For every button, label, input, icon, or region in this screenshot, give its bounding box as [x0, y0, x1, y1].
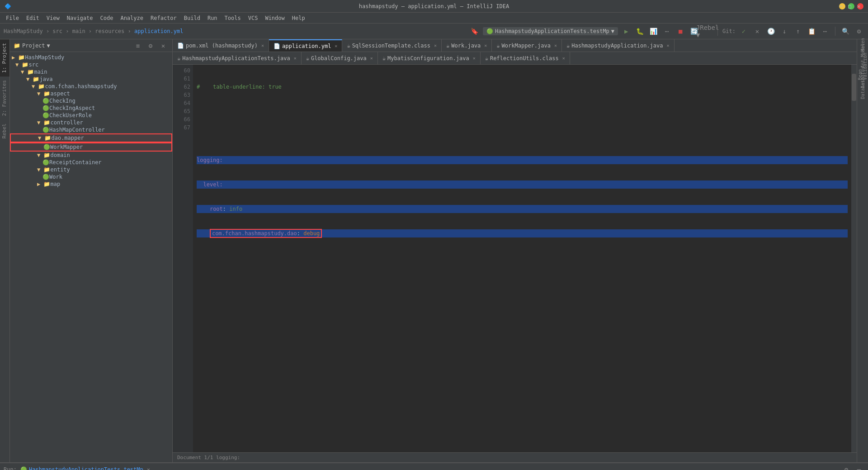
- tab-reflectionutils[interactable]: ☕ ReflectionUtils.class ✕: [481, 52, 570, 64]
- project-dropdown-icon[interactable]: ▼: [47, 43, 50, 49]
- settings-btn[interactable]: ⚙: [854, 26, 864, 37]
- menu-help[interactable]: Help: [288, 14, 309, 22]
- tab-close-btn[interactable]: ✕: [484, 43, 487, 48]
- tree-item-domain[interactable]: ▼ 📁 domain: [10, 152, 172, 159]
- run-config-dropdown-icon[interactable]: ▼: [611, 28, 614, 34]
- tree-item-package[interactable]: ▼ 📁 com.fchan.hashmapstudy: [10, 83, 172, 90]
- tree-item-src[interactable]: ▼ 📁 src: [10, 61, 172, 68]
- tree-item-entity[interactable]: ▼ 📁 entity: [10, 166, 172, 173]
- folder-icon: ▶ 📁: [37, 181, 50, 187]
- tree-item-checking[interactable]: 🟢 CheckIng: [10, 97, 172, 104]
- tree-item-controller[interactable]: ▼ 📁 controller: [10, 119, 172, 126]
- tab-close-btn[interactable]: ✕: [294, 56, 297, 61]
- run-btn[interactable]: ▶: [621, 26, 632, 37]
- tab-close-btn[interactable]: ✕: [335, 43, 337, 48]
- menu-tools[interactable]: Tools: [221, 14, 245, 22]
- menu-window[interactable]: Window: [261, 14, 288, 22]
- git-push[interactable]: ↑: [793, 26, 803, 37]
- hide-panel-btn[interactable]: ✕: [158, 40, 169, 51]
- tab-close-btn[interactable]: ✕: [562, 56, 565, 61]
- debug-btn[interactable]: 🐛: [634, 26, 645, 37]
- project-panel-icons: ≡ ⚙ ✕: [132, 40, 169, 51]
- tree-item-receiptcontainer[interactable]: 🟢 ReceiptContainer: [10, 159, 172, 166]
- run-coverage-btn[interactable]: 📊: [648, 26, 659, 37]
- run-icon: 🟢: [20, 466, 27, 470]
- stop-btn[interactable]: ■: [675, 26, 686, 37]
- tree-item-dao-mapper[interactable]: ▼ 📁 dao.mapper: [10, 133, 172, 142]
- menu-edit[interactable]: Edit: [23, 14, 43, 22]
- settings-panel-btn[interactable]: ⚙: [145, 40, 156, 51]
- collapse-all-btn[interactable]: ≡: [132, 40, 143, 51]
- run-config-selector[interactable]: 🟢 HashmapstudyApplicationTests.testMp ▼: [483, 27, 618, 35]
- vtab-project[interactable]: 1: Project: [0, 39, 9, 76]
- tree-item-hashmapcontroller[interactable]: 🟢 HashMapController: [10, 126, 172, 133]
- code-editor[interactable]: 60 61 62 63 64 65 66 67 # table-underlin…: [173, 65, 857, 452]
- git-x[interactable]: ✕: [752, 26, 763, 37]
- git-check[interactable]: ✓: [738, 26, 749, 37]
- tab-workmapper-java[interactable]: ☕ WorkMapper.java ✕: [492, 39, 562, 52]
- tree-item-checkuserrole[interactable]: 🟢 CheckUserRole: [10, 112, 172, 119]
- vtab-favorites[interactable]: 2: Favorites: [0, 76, 9, 119]
- code-line-64: level:: [197, 180, 848, 189]
- menu-run[interactable]: Run: [204, 14, 221, 22]
- git-pull[interactable]: ↓: [779, 26, 790, 37]
- tree-item-checkingaspect[interactable]: 🟢 CheckIngAspect: [10, 104, 172, 112]
- database-tab[interactable]: Database: [857, 83, 868, 94]
- maximize-btn[interactable]: □: [848, 3, 854, 9]
- tab-globalconfig[interactable]: ☕ GlobalConfig.java ✕: [302, 52, 378, 64]
- tab-close-btn[interactable]: ✕: [667, 43, 670, 48]
- tab-label: SqlSessionTemplate.class: [352, 43, 430, 49]
- tree-item-main[interactable]: ▼ 📁 main: [10, 68, 172, 76]
- tab-close-btn[interactable]: ✕: [434, 43, 437, 48]
- git-history[interactable]: 📋: [806, 26, 817, 37]
- tab-sqlsessiontemplate[interactable]: ☕ SqlSessionTemplate.class ✕: [342, 39, 442, 52]
- hide-btn[interactable]: ─: [854, 464, 864, 470]
- git-clock[interactable]: 🕐: [765, 26, 776, 37]
- tab-bar-row2: ☕ HashmapstudyApplicationTests.java ✕ ☕ …: [173, 52, 857, 65]
- tab-close-btn[interactable]: ✕: [554, 43, 557, 48]
- tree-item-java[interactable]: ▼ 📁 java: [10, 76, 172, 83]
- tree-item-hashmapstudy[interactable]: ▶ 📁 HashMapStudy: [10, 54, 172, 61]
- git-label: Git:: [722, 28, 736, 34]
- tab-mybatisconfiguration[interactable]: ☕ MybatisConfiguration.java ✕: [378, 52, 481, 64]
- more-run-btn[interactable]: ⋯: [661, 26, 672, 37]
- editor-area: 📄 pom.xml (hashmapstudy) ✕ 📄 application…: [173, 39, 857, 462]
- menu-analyze[interactable]: Analyze: [117, 14, 147, 22]
- menu-navigate[interactable]: Navigate: [63, 14, 97, 22]
- minimize-btn[interactable]: ─: [839, 3, 845, 9]
- run-tab-close[interactable]: ✕: [147, 466, 150, 470]
- project-panel-header: 📁 Project ▼ ≡ ⚙ ✕: [10, 39, 172, 52]
- java-icon: 🟢: [42, 98, 49, 104]
- menu-refactor[interactable]: Refactor: [147, 14, 180, 22]
- scroll-thumb[interactable]: [852, 74, 856, 101]
- editor-scrollbar[interactable]: [851, 65, 857, 452]
- tree-item-workmapper[interactable]: 🟢 WorkMapper: [10, 142, 172, 152]
- settings-btn[interactable]: ⚙: [841, 464, 852, 470]
- tab-label: application.yml: [282, 43, 331, 49]
- code-line-60: # table-underline: true: [197, 83, 848, 91]
- tab-close-btn[interactable]: ✕: [370, 56, 373, 61]
- tab-close-btn[interactable]: ✕: [261, 43, 264, 48]
- bookmark-btn[interactable]: 🔖: [469, 26, 480, 37]
- tree-item-aspect[interactable]: ▼ 📁 aspect: [10, 90, 172, 97]
- search-everywhere-btn[interactable]: 🔍: [840, 26, 851, 37]
- menu-file[interactable]: File: [2, 14, 23, 22]
- code-line-65: root: info: [197, 205, 848, 213]
- menu-build[interactable]: Build: [180, 14, 204, 22]
- jrebel-btn[interactable]: JRebel ▼: [702, 26, 713, 37]
- menu-vcs[interactable]: VCS: [245, 14, 262, 22]
- code-content[interactable]: # table-underline: true logging: level: …: [193, 65, 851, 452]
- menu-view[interactable]: View: [43, 14, 63, 22]
- tree-item-work[interactable]: 🟢 Work: [10, 173, 172, 180]
- tab-hashmapstudyapplicationtests[interactable]: ☕ HashmapstudyApplicationTests.java ✕: [173, 52, 302, 64]
- vtab-rebel[interactable]: Rebel: [0, 120, 9, 142]
- menu-code[interactable]: Code: [97, 14, 117, 22]
- vcs-menu[interactable]: ⋯: [820, 26, 830, 37]
- tab-work-java[interactable]: ☕ Work.java ✕: [442, 39, 492, 52]
- tab-pom-xml[interactable]: 📄 pom.xml (hashmapstudy) ✕: [173, 39, 269, 52]
- tab-hashmapstudyapplication[interactable]: ☕ HashmapstudyApplication.java ✕: [562, 39, 675, 52]
- tab-close-btn[interactable]: ✕: [473, 56, 476, 61]
- close-btn[interactable]: ✕: [857, 3, 863, 9]
- tree-item-map[interactable]: ▶ 📁 map: [10, 180, 172, 188]
- tab-application-yml[interactable]: 📄 application.yml ✕: [269, 39, 342, 52]
